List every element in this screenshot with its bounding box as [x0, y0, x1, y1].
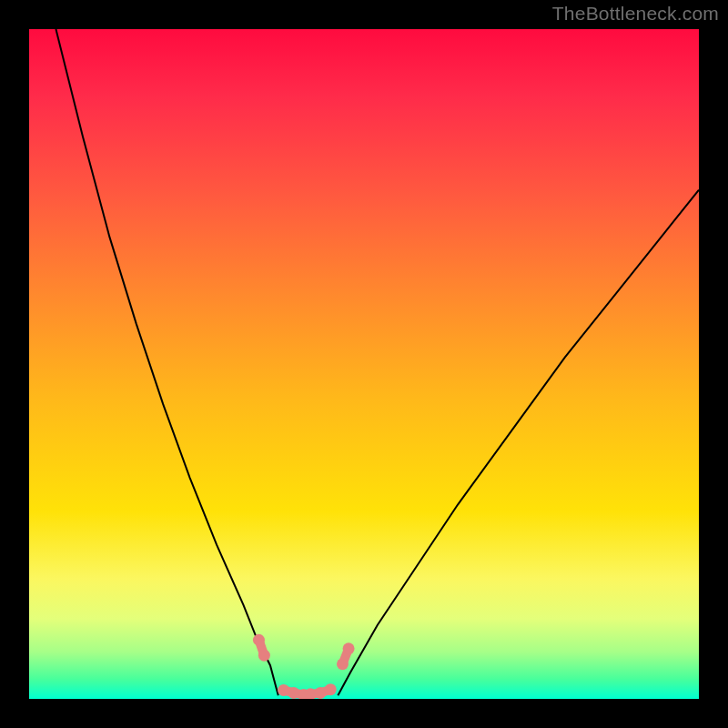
watermark-text: TheBottleneck.com — [552, 3, 719, 25]
chart-frame: TheBottleneck.com — [0, 0, 728, 728]
highlight-dot — [258, 650, 270, 662]
highlight-dot — [325, 683, 337, 695]
curves-layer — [29, 29, 699, 699]
right-curve — [338, 190, 699, 696]
left-curve — [56, 29, 278, 695]
highlight-dot — [343, 642, 355, 654]
highlight-overlay — [253, 634, 355, 699]
plot-area — [29, 29, 699, 699]
